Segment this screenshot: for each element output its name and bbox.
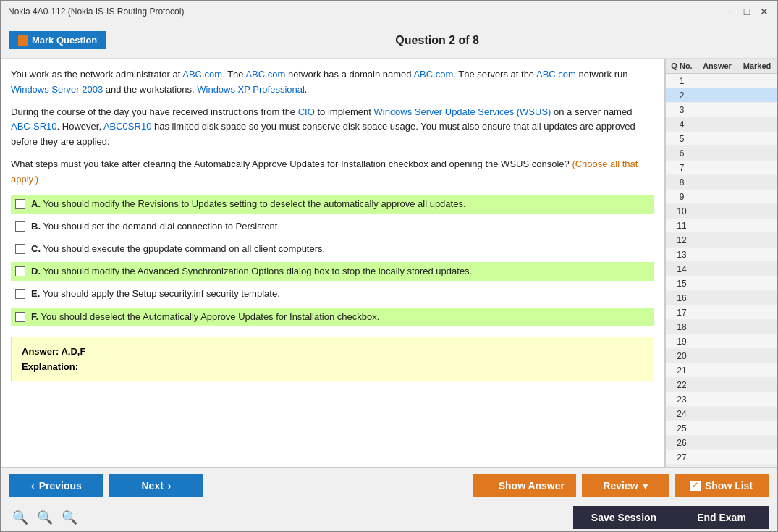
sidebar-row-9[interactable]: 9 — [666, 190, 777, 204]
sidebar-row-2[interactable]: 2 — [666, 88, 777, 103]
show-list-label: Show List — [705, 480, 753, 491]
option-c[interactable]: C. You should execute the gpupdate comma… — [11, 240, 654, 258]
checkbox-b[interactable] — [15, 221, 25, 232]
next-label: Next — [141, 480, 163, 491]
sidebar-row-17[interactable]: 17 — [666, 305, 777, 320]
question-panel: You work as the network administrator at… — [1, 59, 665, 467]
sidebar-row-12[interactable]: 12 — [666, 233, 777, 248]
option-b-text: B. You should set the demand-dial connec… — [31, 220, 280, 233]
previous-button[interactable]: ‹ Previous — [9, 474, 103, 497]
sidebar-row-19[interactable]: 19 — [666, 334, 777, 349]
zoom-in-button[interactable]: 🔍 — [59, 508, 80, 527]
maximize-button[interactable]: □ — [741, 6, 753, 17]
previous-arrow-icon: ‹ — [31, 480, 35, 491]
sidebar-list[interactable]: 1 2 3 4 5 6 7 8 9 10 11 12 13 14 15 16 1 — [666, 74, 777, 467]
next-arrow-icon: › — [168, 480, 172, 491]
options-list: A. You should modify the Revisions to Up… — [11, 195, 654, 326]
checkbox-c[interactable] — [15, 244, 25, 254]
content-area: Mark Question Question 2 of 8 You work a… — [1, 22, 777, 531]
show-answer-icon — [484, 481, 494, 491]
minimize-button[interactable]: − — [724, 6, 735, 17]
sidebar-col-qno: Q No. — [667, 62, 696, 70]
answer-text: Answer: A,D,F — [22, 346, 643, 357]
option-f[interactable]: F. You should deselect the Automatically… — [11, 308, 654, 326]
save-session-label: Save Session — [591, 512, 656, 523]
checkbox-d[interactable] — [15, 266, 25, 276]
sidebar-row-11[interactable]: 11 — [666, 219, 777, 233]
sidebar-row-18[interactable]: 18 — [666, 320, 777, 334]
bottom-bar: ‹ Previous Next › Show Answer Review ▾ — [1, 467, 777, 531]
sidebar-row-3[interactable]: 3 — [666, 103, 777, 117]
zoom-out-button[interactable]: 🔍 — [9, 508, 31, 527]
save-session-button[interactable]: Save Session — [573, 506, 675, 529]
question-title: Question 2 of 8 — [106, 34, 769, 47]
question-para1: You work as the network administrator at… — [11, 67, 654, 98]
option-c-text: C. You should execute the gpupdate comma… — [31, 242, 325, 256]
checkbox-a[interactable] — [15, 199, 25, 209]
previous-label: Previous — [39, 480, 82, 491]
close-button[interactable]: ✕ — [758, 6, 770, 17]
next-button[interactable]: Next › — [109, 474, 203, 497]
zoom-fit-button[interactable]: 🔍 — [34, 508, 56, 527]
sidebar-row-10[interactable]: 10 — [666, 204, 777, 219]
review-arrow-icon: ▾ — [643, 480, 648, 491]
title-bar: Nokia 4A0-112 (Nokia IS-IS Routing Proto… — [1, 1, 777, 22]
sidebar-row-27[interactable]: 27 — [666, 450, 777, 465]
option-e[interactable]: E. You should apply the Setup security.i… — [11, 284, 654, 303]
mark-question-button[interactable]: Mark Question — [9, 31, 106, 49]
option-f-text: F. You should deselect the Automatically… — [31, 311, 379, 324]
option-a-text: A. You should modify the Revisions to Up… — [31, 198, 466, 211]
review-label: Review — [603, 480, 638, 491]
window-title: Nokia 4A0-112 (Nokia IS-IS Routing Proto… — [8, 7, 184, 17]
main-body: You work as the network administrator at… — [1, 59, 777, 467]
sidebar-row-4[interactable]: 4 — [666, 117, 777, 132]
show-answer-label: Show Answer — [499, 480, 565, 491]
sidebar-row-16[interactable]: 16 — [666, 291, 777, 305]
bottom-row1: ‹ Previous Next › Show Answer Review ▾ — [1, 468, 777, 504]
checkbox-f[interactable] — [15, 312, 25, 322]
question-para2: During the course of the day you have re… — [11, 105, 654, 150]
explanation-label: Explanation: — [22, 361, 643, 372]
end-exam-label: End Exam — [697, 512, 746, 523]
mark-button-label: Mark Question — [32, 35, 97, 46]
option-a[interactable]: A. You should modify the Revisions to Up… — [11, 195, 654, 214]
sidebar-row-21[interactable]: 21 — [666, 363, 777, 378]
bottom-row2: 🔍 🔍 🔍 Save Session End Exam — [1, 504, 777, 531]
sidebar-row-20[interactable]: 20 — [666, 349, 777, 363]
mark-checkbox-icon — [18, 35, 28, 46]
sidebar-row-13[interactable]: 13 — [666, 248, 777, 262]
option-b[interactable]: B. You should set the demand-dial connec… — [11, 217, 654, 236]
sidebar-header: Q No. Answer Marked — [666, 59, 777, 74]
sidebar-row-6[interactable]: 6 — [666, 146, 777, 161]
checkbox-e[interactable] — [15, 289, 25, 299]
option-d-text: D. You should modify the Advanced Synchr… — [31, 265, 472, 278]
sidebar-row-24[interactable]: 24 — [666, 407, 777, 421]
sidebar-col-ans: Answer — [696, 62, 738, 70]
top-bar: Mark Question Question 2 of 8 — [1, 22, 777, 59]
sidebar: Q No. Answer Marked 1 2 3 4 5 6 7 8 9 10… — [665, 59, 777, 467]
sidebar-row-23[interactable]: 23 — [666, 392, 777, 407]
app-window: Nokia 4A0-112 (Nokia IS-IS Routing Proto… — [0, 0, 778, 532]
zoom-controls: 🔍 🔍 🔍 — [9, 508, 80, 527]
sidebar-row-25[interactable]: 25 — [666, 421, 777, 436]
show-list-icon — [690, 481, 701, 491]
show-answer-button[interactable]: Show Answer — [473, 474, 576, 497]
sidebar-row-26[interactable]: 26 — [666, 436, 777, 450]
sidebar-row-5[interactable]: 5 — [666, 132, 777, 146]
end-exam-button[interactable]: End Exam — [675, 506, 769, 529]
sidebar-row-8[interactable]: 8 — [666, 175, 777, 190]
sidebar-row-22[interactable]: 22 — [666, 378, 777, 392]
answer-box: Answer: A,D,F Explanation: — [11, 337, 654, 381]
show-list-button[interactable]: Show List — [675, 474, 769, 497]
sidebar-row-1[interactable]: 1 — [666, 74, 777, 88]
question-para3: What steps must you take after clearing … — [11, 157, 654, 187]
sidebar-col-marked: Marked — [738, 62, 776, 70]
option-e-text: E. You should apply the Setup security.i… — [31, 287, 280, 300]
window-controls: − □ ✕ — [724, 6, 770, 17]
sidebar-row-14[interactable]: 14 — [666, 262, 777, 276]
option-d[interactable]: D. You should modify the Advanced Synchr… — [11, 262, 654, 281]
sidebar-row-7[interactable]: 7 — [666, 161, 777, 175]
review-button[interactable]: Review ▾ — [582, 474, 669, 497]
sidebar-row-15[interactable]: 15 — [666, 276, 777, 291]
